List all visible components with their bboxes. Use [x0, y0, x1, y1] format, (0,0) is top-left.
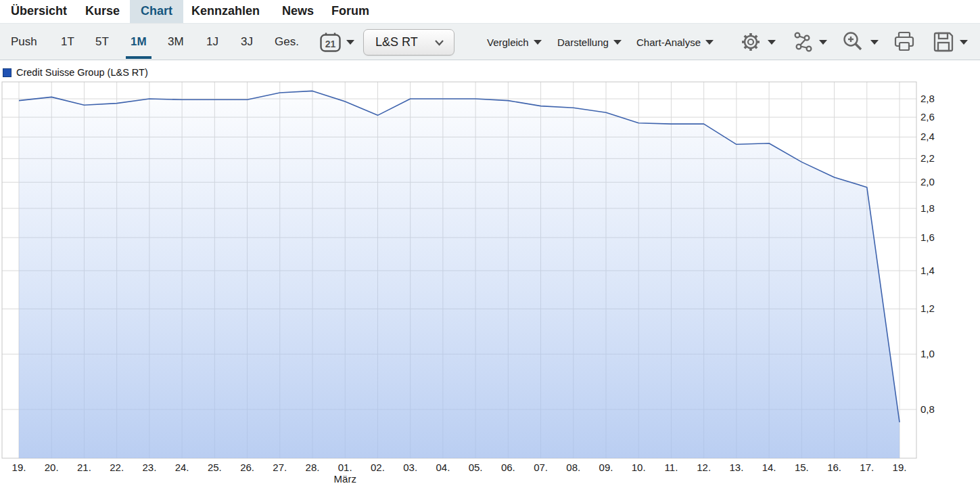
legend-series-label: Credit Suisse Group (L&S RT): [16, 67, 148, 78]
vergleich-label: Vergleich: [487, 37, 529, 48]
svg-text:1,8: 1,8: [920, 202, 935, 214]
settings-icon: [739, 30, 763, 53]
svg-text:0,8: 0,8: [920, 403, 935, 415]
svg-text:2,0: 2,0: [920, 176, 935, 187]
chevron-down-icon: [705, 40, 714, 45]
chevron-down-icon: [960, 40, 968, 45]
svg-text:06.: 06.: [501, 462, 515, 473]
svg-text:05.: 05.: [469, 462, 483, 473]
period-3j[interactable]: 3J: [241, 24, 253, 60]
legend-color-swatch: [3, 68, 11, 77]
svg-text:02.: 02.: [371, 462, 385, 473]
y-axis-labels: 2,82,62,42,22,01,81,61,41,21,00,8: [920, 93, 935, 415]
svg-text:14.: 14.: [762, 462, 776, 473]
x-axis-labels: 19.20.21.22.23.24.25.26.27.28.01.02.03.0…: [12, 462, 907, 485]
chevron-down-icon: [346, 40, 354, 45]
svg-text:20.: 20.: [45, 462, 59, 473]
svg-text:1,2: 1,2: [920, 303, 935, 314]
chevron-down-icon: [534, 40, 542, 45]
zoom-button[interactable]: [841, 24, 879, 60]
svg-text:26.: 26.: [240, 462, 254, 473]
svg-text:19.: 19.: [893, 462, 907, 473]
share-button[interactable]: [791, 24, 827, 60]
svg-text:21: 21: [325, 39, 336, 49]
period-1m[interactable]: 1M: [131, 24, 147, 60]
period-5t[interactable]: 5T: [95, 24, 109, 60]
main-nav: Übersicht Kurse Chart Kennzahlen News Fo…: [0, 0, 980, 23]
zoom-in-icon: [841, 30, 866, 53]
svg-text:12.: 12.: [697, 462, 711, 473]
price-area-fill: [19, 91, 900, 458]
svg-text:10.: 10.: [632, 462, 646, 473]
svg-text:07.: 07.: [534, 462, 548, 473]
period-3m[interactable]: 3M: [168, 24, 184, 60]
chart-analyse-dropdown[interactable]: Chart-Analyse: [636, 24, 714, 60]
svg-text:27.: 27.: [273, 462, 287, 473]
svg-text:11.: 11.: [665, 462, 678, 473]
nav-chart[interactable]: Chart: [130, 0, 183, 23]
svg-text:04.: 04.: [436, 462, 450, 473]
darstellung-dropdown[interactable]: Darstellung: [557, 24, 622, 60]
exchange-select[interactable]: L&S RT: [363, 29, 454, 55]
period-1j[interactable]: 1J: [206, 24, 218, 60]
chevron-down-icon: [434, 35, 444, 49]
svg-text:03.: 03.: [403, 462, 417, 473]
svg-text:24.: 24.: [175, 462, 189, 473]
svg-text:25.: 25.: [208, 462, 222, 473]
svg-text:2,8: 2,8: [920, 93, 935, 104]
exchange-select-value: L&S RT: [375, 35, 418, 49]
svg-text:1,6: 1,6: [920, 231, 935, 243]
svg-text:23.: 23.: [142, 462, 156, 473]
active-period-underline: [126, 56, 151, 59]
save-icon: [932, 30, 955, 53]
svg-text:01.: 01.: [338, 462, 352, 473]
period-ges[interactable]: Ges.: [275, 24, 299, 60]
nav-kurse[interactable]: Kurse: [76, 0, 129, 23]
svg-text:16.: 16.: [827, 462, 841, 473]
page: 2,82,62,42,22,01,81,61,41,21,00,819.20.2…: [0, 0, 980, 490]
chevron-down-icon: [870, 40, 879, 45]
chevron-down-icon: [613, 40, 622, 45]
nav-forum[interactable]: Forum: [323, 0, 378, 23]
svg-text:15.: 15.: [795, 462, 809, 473]
chevron-down-icon: [768, 40, 776, 45]
calendar-range-button[interactable]: 21: [319, 24, 354, 60]
period-1t[interactable]: 1T: [61, 24, 74, 60]
chart-legend: Credit Suisse Group (L&S RT): [3, 67, 148, 78]
svg-text:1,0: 1,0: [920, 348, 935, 359]
svg-text:22.: 22.: [110, 462, 124, 473]
svg-text:2,4: 2,4: [920, 131, 935, 142]
chart-analyse-label: Chart-Analyse: [636, 37, 701, 48]
svg-text:08.: 08.: [566, 462, 580, 473]
svg-text:21.: 21.: [77, 462, 91, 473]
svg-text:09.: 09.: [599, 462, 613, 473]
print-button[interactable]: [893, 24, 916, 60]
svg-text:17.: 17.: [860, 462, 874, 473]
calendar-icon: 21: [319, 32, 342, 53]
print-icon: [893, 30, 916, 53]
svg-text:28.: 28.: [306, 462, 320, 473]
nav-news[interactable]: News: [273, 0, 323, 23]
darstellung-label: Darstellung: [557, 37, 609, 48]
nav-kennzahlen[interactable]: Kennzahlen: [183, 0, 269, 23]
svg-text:1,4: 1,4: [920, 265, 935, 276]
svg-text:2,6: 2,6: [920, 111, 935, 122]
month-label: März: [334, 473, 356, 485]
nav-uebersicht[interactable]: Übersicht: [2, 0, 76, 23]
chevron-down-icon: [819, 40, 827, 45]
vergleich-dropdown[interactable]: Vergleich: [487, 24, 542, 60]
svg-text:19.: 19.: [12, 462, 26, 473]
svg-text:2,2: 2,2: [920, 152, 935, 164]
settings-button[interactable]: [739, 24, 776, 60]
period-push[interactable]: Push: [11, 24, 37, 60]
chart-toolbar: Push 1T 5T 1M 3M 1J 3J Ges. 21 L&S RT: [0, 23, 980, 60]
save-button[interactable]: [932, 24, 968, 60]
svg-text:13.: 13.: [729, 462, 743, 473]
share-icon: [791, 30, 814, 53]
